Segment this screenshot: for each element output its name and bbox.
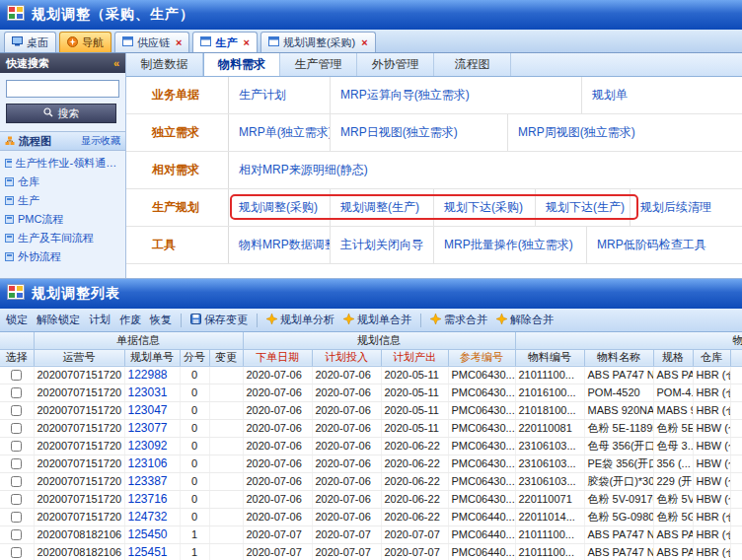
column-header[interactable]: 模具 — [730, 349, 742, 366]
row-checkbox[interactable] — [11, 458, 22, 469]
link-plan-release-production[interactable]: 规划下达(生产) — [546, 199, 625, 216]
column-header[interactable]: 规格 — [653, 349, 693, 366]
plan-order-link[interactable]: 124732 — [124, 508, 180, 525]
plan-order-link[interactable]: 123031 — [124, 384, 180, 401]
column-header[interactable]: 下单日期 — [243, 349, 312, 366]
table-row[interactable]: 2020070715172012309202020-07-062020-07-0… — [0, 437, 742, 455]
column-header[interactable]: 计划产出 — [381, 349, 448, 366]
table-row[interactable]: 2020070715172012304702020-07-062020-07-0… — [0, 401, 742, 419]
row-checkbox[interactable] — [11, 370, 22, 381]
link-material-mrp-adjust[interactable]: 物料MRP数据调整 — [239, 237, 331, 253]
table-row[interactable]: 2020070715172012473202020-07-062020-07-0… — [0, 508, 742, 525]
table-row[interactable]: 2020070715172012338702020-07-062020-07-0… — [0, 472, 742, 490]
search-button[interactable]: 搜索 — [6, 104, 116, 123]
link-relative-mrp-source[interactable]: 相对MRP来源明细(静态) — [239, 162, 368, 178]
show-favorites-link[interactable]: 显示收藏 — [81, 134, 120, 148]
column-header[interactable]: 参考编号 — [448, 349, 515, 366]
flow-item-warehouse[interactable]: 仓库 — [3, 175, 122, 189]
plan-order-link[interactable]: 125450 — [124, 525, 180, 543]
link-mrp-batch-ops[interactable]: MRP批量操作(独立需求) — [444, 237, 573, 253]
flow-item-outsourcing[interactable]: 外协流程 — [3, 249, 122, 264]
column-header[interactable]: 物料编号 — [515, 349, 584, 366]
save-changes-button[interactable]: 保存变更 — [190, 313, 248, 327]
tab-navigation[interactable]: 导航 — [59, 32, 111, 52]
column-header[interactable]: 规划单号 — [124, 349, 180, 366]
unlock-button[interactable]: 解除锁定 — [37, 313, 80, 327]
link-mrp-low-level-check[interactable]: MRP低阶码检查工具 — [597, 237, 706, 253]
flow-item-workshop[interactable]: 生产及车间流程 — [3, 231, 122, 245]
plan-order-link[interactable]: 123106 — [124, 455, 180, 472]
table-row[interactable]: 2020070715172012371602020-07-062020-07-0… — [0, 490, 742, 508]
menu-tab-flowchart[interactable]: 流程图 — [434, 53, 511, 76]
table-row[interactable]: 2020070715172012310602020-07-062020-07-0… — [0, 455, 742, 472]
plan-order-link[interactable]: 125451 — [124, 543, 180, 560]
link-plan-cleanup[interactable]: 规划后续清理 — [640, 199, 711, 216]
table-row[interactable]: 2020070818210612545112020-07-072020-07-0… — [0, 543, 742, 560]
link-mrp-order[interactable]: MRP单(独立需求) — [239, 124, 331, 141]
link-plan-order[interactable]: 规划单 — [592, 87, 628, 104]
row-checkbox[interactable] — [11, 529, 22, 540]
demand-merge-button[interactable]: 需求合并 — [430, 313, 487, 327]
table-row[interactable]: 2020070715172012303102020-07-062020-07-0… — [0, 384, 742, 401]
plan-order-link[interactable]: 123077 — [124, 419, 180, 437]
link-production-plan[interactable]: 生产计划 — [239, 87, 286, 104]
row-checkbox[interactable] — [11, 512, 22, 523]
table-row[interactable]: 2020070818210612545012020-07-072020-07-0… — [0, 525, 742, 543]
table-row[interactable]: 2020070715172012307702020-07-062020-07-0… — [0, 419, 742, 437]
menu-tab-outsourcing-management[interactable]: 外协管理 — [357, 53, 434, 76]
close-icon[interactable]: × — [243, 37, 249, 48]
plan-button[interactable]: 计划 — [89, 313, 111, 327]
row-checkbox[interactable] — [11, 387, 22, 398]
tab-planning-adjust-purchase[interactable]: 规划调整(采购) × — [260, 32, 376, 52]
void-button[interactable]: 作废 — [119, 313, 141, 327]
collapse-icon[interactable]: « — [113, 57, 119, 69]
plan-order-link[interactable]: 122988 — [124, 366, 180, 384]
column-header[interactable]: 分号 — [180, 349, 209, 366]
close-icon[interactable]: × — [361, 37, 367, 48]
link-plan-adjust-purchase[interactable]: 规划调整(采购) — [239, 199, 318, 216]
quick-search-input[interactable] — [6, 80, 119, 98]
link-plan-release-purchase[interactable]: 规划下达(采购) — [444, 199, 523, 216]
restore-button[interactable]: 恢复 — [150, 313, 172, 327]
table-row[interactable]: 2020070715172012298802020-07-062020-07-0… — [0, 366, 742, 384]
plan-order-link[interactable]: 123047 — [124, 401, 180, 419]
column-header[interactable]: 运营号 — [34, 349, 124, 366]
row-checkbox[interactable] — [11, 441, 22, 452]
column-header[interactable]: 选择 — [0, 349, 34, 366]
row-checkbox[interactable] — [11, 547, 22, 558]
plan-analyze-button[interactable]: 规划单分析 — [266, 313, 334, 327]
plan-table: 单据信息规划信息物料信息选择运营号规划单号分号变更下单日期计划投入计划产出参考编… — [0, 332, 742, 560]
menu-tab-material-requirements[interactable]: 物料需求 — [203, 53, 280, 76]
cell: ABS PA747 NAT ... — [584, 525, 653, 543]
plan-order-link[interactable]: 123387 — [124, 472, 180, 490]
tab-supply-chain[interactable]: 供应链 × — [114, 32, 189, 52]
tab-desktop[interactable]: 桌面 — [4, 32, 56, 52]
close-icon[interactable]: × — [176, 37, 182, 48]
column-header[interactable]: 计划投入 — [312, 349, 381, 366]
link-mrp-day-view[interactable]: MRP日视图(独立需求) — [340, 124, 458, 141]
lock-button[interactable]: 锁定 — [6, 313, 28, 327]
flow-item-pmc[interactable]: PMC流程 — [3, 212, 122, 227]
link-plan-adjust-production[interactable]: 规划调整(生产) — [340, 199, 419, 216]
menu-tab-production-management[interactable]: 生产管理 — [280, 53, 357, 76]
flow-item-production-jobs[interactable]: 生产性作业-领料通知、验退... — [3, 156, 122, 171]
column-header[interactable]: 仓库 — [693, 349, 730, 366]
menu-tab-manufacturing-data[interactable]: 制造数据 — [126, 53, 203, 76]
row-checkbox[interactable] — [11, 494, 22, 505]
column-header[interactable]: 变更 — [209, 349, 243, 366]
unmerge-button[interactable]: 解除合并 — [496, 313, 554, 327]
link-mrp-week-view[interactable]: MRP周视图(独立需求) — [518, 124, 635, 141]
link-master-plan-close[interactable]: 主计划关闭向导 — [340, 237, 423, 253]
flow-item-production[interactable]: 生产 — [3, 193, 122, 208]
column-header[interactable]: 物料名称 — [584, 349, 653, 366]
plan-table-wrap[interactable]: 单据信息规划信息物料信息选择运营号规划单号分号变更下单日期计划投入计划产出参考编… — [0, 332, 742, 560]
row-checkbox[interactable] — [11, 423, 22, 434]
tab-label: 生产 — [215, 35, 237, 50]
plan-merge-button[interactable]: 规划单合并 — [343, 313, 411, 327]
row-checkbox[interactable] — [11, 405, 22, 416]
tab-production[interactable]: 生产 × — [192, 32, 257, 52]
row-checkbox[interactable] — [11, 476, 22, 487]
plan-order-link[interactable]: 123092 — [124, 437, 180, 455]
plan-order-link[interactable]: 123716 — [124, 490, 180, 508]
link-mrp-wizard[interactable]: MRP运算向导(独立需求) — [340, 87, 470, 104]
